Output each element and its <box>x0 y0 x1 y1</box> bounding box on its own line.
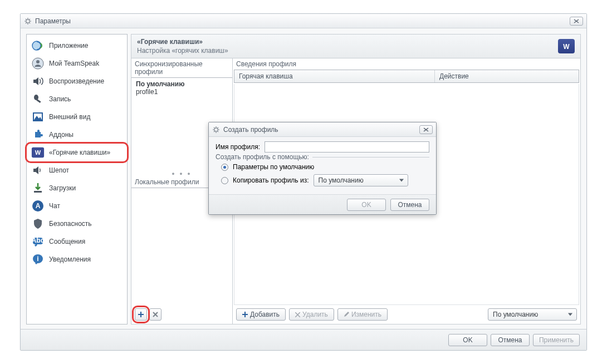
dialog-titlebar: Создать профиль <box>209 122 436 137</box>
profile-name-input[interactable] <box>265 141 429 153</box>
sidebar-item-label: Загрузки <box>49 184 76 192</box>
copy-from-combo[interactable]: По умолчанию <box>314 174 408 186</box>
profile-item-default[interactable]: По умолчанию <box>136 80 228 88</box>
sidebar-item-playback[interactable]: Воспроизведение <box>27 72 127 90</box>
sidebar-item-downloads[interactable]: Загрузки <box>27 179 127 197</box>
radio-default[interactable] <box>221 164 228 171</box>
radio-copy-label: Копировать профиль из: <box>233 176 309 184</box>
radio-default-label: Параметры по умолчанию <box>233 163 314 171</box>
svg-text:i: i <box>37 255 38 263</box>
svg-rect-5 <box>36 99 41 103</box>
design-icon <box>31 110 45 124</box>
download-icon <box>31 181 45 195</box>
chat-icon: A <box>31 199 45 213</box>
titlebar: Параметры <box>21 14 586 28</box>
close-button[interactable] <box>570 17 583 26</box>
dialog-footer: OK Отмена <box>209 194 436 214</box>
gear-icon <box>212 126 220 134</box>
details-label: Сведения профиля <box>233 58 580 70</box>
legend-label: Создать профиль с помощью: <box>216 153 312 161</box>
sidebar-item-messages[interactable]: AbcСообщения <box>27 233 127 250</box>
window-footer: OK Отмена Применить <box>21 329 586 350</box>
sidebar-item-label: Мой TeamSpeak <box>49 60 99 67</box>
details-header: Горячая клавиша Действие <box>234 70 579 83</box>
section-header: «Горячие клавиши» Настройка «горячих кла… <box>131 34 581 58</box>
svg-text:Abc: Abc <box>32 237 45 244</box>
keyboard-icon: W <box>31 146 45 159</box>
svg-text:A: A <box>36 202 41 210</box>
edit-hotkey-button[interactable]: Изменить <box>337 308 388 321</box>
add-profile-button[interactable] <box>135 308 147 321</box>
add-hotkey-button[interactable]: Добавить <box>236 308 286 321</box>
svg-point-4 <box>34 95 38 100</box>
dialog-body: Имя профиля: Создать профиль с помощью: … <box>216 141 429 192</box>
mic-icon <box>31 92 45 106</box>
puzzle-icon <box>31 128 45 141</box>
header-title: «Горячие клавиши» <box>137 38 558 46</box>
apply-button[interactable]: Применить <box>533 334 580 346</box>
sidebar-item-notifications[interactable]: iУведомления <box>27 250 127 268</box>
sidebar-item-capture[interactable]: Запись <box>27 90 127 108</box>
sidebar-item-label: Безопасность <box>49 220 92 228</box>
synced-profiles-label: Синхронизированные профили <box>131 58 232 77</box>
default-profile-combo[interactable]: По умолчанию <box>488 308 577 321</box>
sidebar-item-whisper[interactable]: Шепот <box>27 161 127 179</box>
sidebar-item-chat[interactable]: AЧат <box>27 197 127 215</box>
profile-item-1[interactable]: profile1 <box>136 88 228 96</box>
sidebar: Приложение Мой TeamSpeak Воспроизведение… <box>26 34 128 324</box>
dialog-title: Создать профиль <box>223 126 278 134</box>
sidebar-item-label: Приложение <box>49 42 88 50</box>
svg-point-0 <box>26 19 30 22</box>
col-hotkey[interactable]: Горячая клавиша <box>234 70 435 82</box>
svg-point-1 <box>32 41 41 50</box>
create-profile-dialog: Создать профиль Имя профиля: Создать про… <box>208 122 437 215</box>
sidebar-item-label: Воспроизведение <box>49 77 104 85</box>
header-subtitle: Настройка «горячих клавиш» <box>137 47 558 55</box>
sidebar-item-application[interactable]: Приложение <box>27 37 127 55</box>
sidebar-item-label: Чат <box>49 202 60 210</box>
delete-hotkey-button[interactable]: Удалить <box>289 308 334 321</box>
radio-copy[interactable] <box>221 177 228 184</box>
whisper-icon <box>31 164 45 177</box>
section-icon: W <box>558 39 575 53</box>
sidebar-item-label: Шепот <box>49 166 69 174</box>
sidebar-item-addons[interactable]: Аддоны <box>27 126 127 144</box>
sidebar-item-security[interactable]: Безопасность <box>27 215 127 233</box>
sidebar-item-label: Внешний вид <box>49 113 90 121</box>
svg-point-16 <box>214 127 218 131</box>
svg-point-3 <box>36 60 40 63</box>
sidebar-item-hotkeys[interactable]: W«Горячие клавиши» <box>27 144 127 161</box>
sidebar-item-label: Сообщения <box>49 238 85 245</box>
sidebar-item-label: Уведомления <box>49 255 91 263</box>
col-action[interactable]: Действие <box>435 70 473 82</box>
dialog-cancel-button[interactable]: Отмена <box>390 199 429 211</box>
remove-profile-button[interactable] <box>149 308 161 321</box>
sidebar-item-myteamspeak[interactable]: Мой TeamSpeak <box>27 55 127 72</box>
gear-icon <box>24 17 32 25</box>
sidebar-item-label: Аддоны <box>49 131 74 139</box>
sidebar-item-label: «Горячие клавиши» <box>49 149 110 156</box>
ok-button[interactable]: OK <box>448 334 487 346</box>
svg-text:W: W <box>563 43 570 51</box>
dialog-ok-button[interactable]: OK <box>347 199 386 211</box>
speaker-icon <box>31 75 45 88</box>
sidebar-item-design[interactable]: Внешний вид <box>27 108 127 126</box>
window-title: Параметры <box>35 17 71 25</box>
user-icon <box>31 57 45 70</box>
sidebar-item-label: Запись <box>49 95 71 103</box>
info-icon: i <box>31 253 45 266</box>
shield-icon <box>31 217 45 230</box>
profile-name-label: Имя профиля: <box>216 143 260 151</box>
dialog-close-button[interactable] <box>419 125 433 134</box>
create-with-group: Создать профиль с помощью: Параметры по … <box>216 157 429 192</box>
cancel-button[interactable]: Отмена <box>491 334 530 346</box>
svg-text:W: W <box>35 149 41 156</box>
app-icon <box>31 39 45 52</box>
message-icon: Abc <box>31 235 45 248</box>
